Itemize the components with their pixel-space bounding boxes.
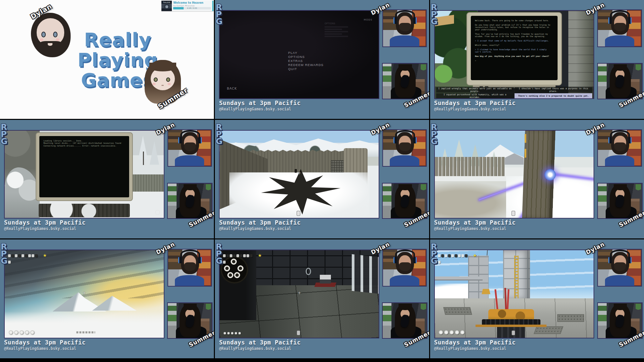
dylan-shirt (605, 275, 634, 286)
headphone-cup (608, 17, 612, 24)
headphones-icon (395, 250, 415, 259)
headphone-cup (413, 257, 417, 263)
headphone-cup (393, 137, 397, 143)
webcam-dylan-video (598, 130, 641, 166)
webcam-dylan: Dylan (167, 249, 212, 287)
plant-shelf (168, 184, 177, 219)
summer-bangs (614, 304, 627, 310)
game-view-boot-terminal: Loading library session... Done. Mountin… (4, 130, 164, 219)
dialogue-option[interactable]: I implied wrongly that animals were just… (436, 87, 514, 93)
ghost-row (325, 26, 348, 28)
avatar-eye (166, 77, 170, 82)
menu-item-redeem-rewards[interactable]: REDEEM REWARDS (288, 63, 324, 67)
game-view-courtyard: + (219, 130, 379, 219)
webcam-dylan-video (168, 250, 211, 286)
camera-control-icons[interactable] (9, 330, 34, 334)
headphones-icon (610, 10, 630, 20)
webcam-dylan: Dylan (597, 129, 642, 167)
headphone-cup (393, 17, 397, 24)
dylan-shirt (390, 35, 419, 46)
rpg-letter: G (431, 18, 438, 25)
webcam-dylan-video (168, 130, 211, 166)
summer-avatar-bangs (149, 63, 176, 71)
menu-item-play[interactable]: PLAY (288, 51, 324, 55)
menu-item-quit[interactable]: QUIT (288, 67, 324, 71)
game-view-vista: ★ + (4, 250, 164, 338)
webcam-summer-video (383, 303, 427, 338)
dialogue-option[interactable]: I equated personhood with humanity, whic… (436, 93, 514, 98)
webcam-dylan: Dylan (382, 129, 427, 167)
wall-portal (306, 268, 311, 275)
menu-item-extras[interactable]: EXTRAS (288, 59, 324, 63)
red-strap (495, 289, 499, 312)
dylan-beard (184, 262, 196, 271)
crosshair-icon: + (298, 171, 301, 175)
schedule-text: Sundays at 3pm Pacific (4, 219, 86, 226)
bluesky-handle: @ReallyPlayingGames.bsky.social (434, 346, 516, 351)
grate-panel (443, 307, 472, 315)
boot-line: Loading library session... Done. (43, 139, 125, 142)
mods-label: MODS (364, 19, 372, 21)
hanging-plant (636, 304, 641, 311)
schedule-block: Sundays at 3pm Pacific @ReallyPlayingGam… (434, 339, 516, 351)
wire-gate (331, 160, 344, 174)
rpg-letter: G (431, 138, 438, 145)
counterweight (482, 289, 490, 294)
avatar-mouth (161, 85, 164, 86)
bluesky-handle: @ReallyPlayingGames.bsky.social (434, 226, 516, 231)
webcam-dylan-video (383, 10, 426, 46)
field-terminal: Loading library session... Done. Mountin… (36, 132, 132, 217)
interact-prompt-icon (297, 211, 300, 216)
dialogue-option[interactable]: I shouldn't have implied there was a pur… (515, 87, 592, 93)
rpg-letter: G (216, 18, 223, 25)
rpg-letter: G (431, 257, 438, 264)
rpg-vertical-logo: R P G (1, 243, 8, 264)
plant-shelf (383, 303, 391, 338)
game-view-platform: ★ (434, 250, 595, 338)
album-art: TALOS (161, 1, 172, 11)
dylan-shirt (390, 275, 419, 286)
hanging-plant (636, 184, 641, 192)
game-main-menu: PLAY OPTIONS EXTRAS REDEEM REWARDS QUIT (288, 51, 324, 71)
yellow-ladder (514, 256, 519, 299)
boot-line: Mounting local disks... [47 million] dis… (43, 142, 125, 144)
avatar-blush (56, 38, 60, 41)
track-progress-bar[interactable]: 0:16 / 2:21 (173, 7, 211, 9)
headphone-cup (178, 137, 182, 143)
dialogue-option-selected[interactable]: There's nothing else I'm prepared to dou… (515, 93, 592, 98)
back-button[interactable]: BACK (227, 87, 237, 90)
hanging-plant (421, 64, 426, 72)
editor-toolbar-icons[interactable] (8, 253, 38, 266)
camera-control-icons[interactable] (439, 330, 464, 334)
ghost-row (325, 36, 348, 37)
webcam-dylan-video (598, 10, 641, 46)
bluesky-handle: @ReallyPlayingGames.bsky.social (4, 226, 86, 231)
now-playing-toast[interactable]: TALOS Welcome to Heaven by Damjan Mravun… (161, 1, 214, 11)
game-scene-vista: ★ + (5, 250, 164, 338)
rpg-vertical-logo: R P G (431, 243, 438, 264)
lit-windows (352, 254, 379, 294)
editor-toolbar-icons[interactable] (223, 253, 253, 266)
schedule-text: Sundays at 3pm Pacific (219, 339, 301, 346)
webcam-dylan: Dylan (382, 9, 427, 47)
dylan-shirt (605, 155, 634, 166)
webcam-summer: Summer (597, 302, 643, 339)
dylan-shirt (390, 155, 419, 166)
terminal-bezel: Loading library session... Done. Mountin… (36, 132, 132, 201)
bluesky-handle: @ReallyPlayingGames.bsky.social (434, 107, 516, 111)
menu-item-options[interactable]: OPTIONS (288, 55, 324, 59)
headphone-cup (628, 17, 632, 24)
camera-control-icons[interactable] (224, 332, 241, 334)
game-scene-courtyard: + (220, 131, 379, 218)
yellow-markings (525, 134, 526, 143)
plant-shelf (168, 303, 177, 338)
headphones-icon (180, 250, 200, 259)
snow-covered-keyboard (39, 204, 130, 217)
schedule-block: Sundays at 3pm Pacific @ReallyPlayingGam… (219, 100, 301, 111)
machine-blade (476, 325, 547, 327)
crt-monitor: Welcome back. There are going to be some… (466, 12, 562, 86)
stream-cell-boot-terminal: Loading library session... Done. Mountin… (0, 120, 214, 239)
headphone-cup (393, 257, 397, 263)
editor-toolbar-icons[interactable] (438, 253, 468, 266)
hanging-plant (206, 184, 211, 192)
